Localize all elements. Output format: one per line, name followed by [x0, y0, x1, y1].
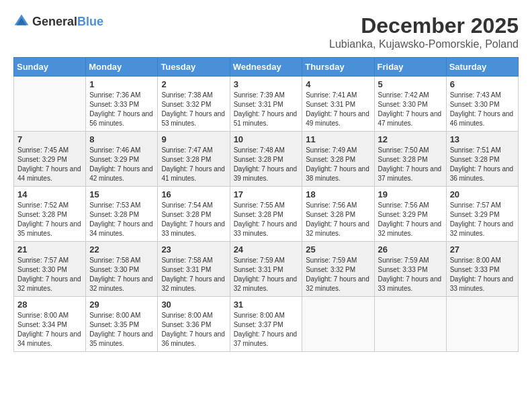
day-number: 13	[450, 134, 515, 144]
logo-icon	[13, 13, 30, 30]
day-number: 28	[17, 300, 82, 310]
day-info: Sunrise: 8:00 AMSunset: 3:35 PMDaylight:…	[89, 311, 154, 349]
day-number: 17	[234, 189, 299, 199]
table-row: 14Sunrise: 7:52 AMSunset: 3:28 PMDayligh…	[14, 187, 86, 242]
table-row: 30Sunrise: 8:00 AMSunset: 3:36 PMDayligh…	[158, 297, 230, 352]
table-row: 11Sunrise: 7:49 AMSunset: 3:28 PMDayligh…	[302, 132, 374, 187]
day-info: Sunrise: 8:00 AMSunset: 3:36 PMDaylight:…	[161, 311, 226, 349]
day-number: 12	[378, 134, 443, 144]
table-row: 31Sunrise: 8:00 AMSunset: 3:37 PMDayligh…	[230, 297, 302, 352]
day-info: Sunrise: 7:57 AMSunset: 3:30 PMDaylight:…	[17, 256, 82, 293]
table-row: 23Sunrise: 7:58 AMSunset: 3:31 PMDayligh…	[158, 242, 230, 297]
day-info: Sunrise: 7:53 AMSunset: 3:28 PMDaylight:…	[89, 201, 154, 238]
table-row: 16Sunrise: 7:54 AMSunset: 3:28 PMDayligh…	[158, 187, 230, 242]
day-number: 27	[450, 244, 515, 255]
calendar-week-row: 14Sunrise: 7:52 AMSunset: 3:28 PMDayligh…	[14, 187, 519, 242]
day-info: Sunrise: 8:00 AMSunset: 3:37 PMDaylight:…	[234, 311, 299, 349]
day-info: Sunrise: 7:47 AMSunset: 3:28 PMDaylight:…	[161, 146, 226, 183]
table-row: 13Sunrise: 7:51 AMSunset: 3:28 PMDayligh…	[446, 132, 518, 187]
calendar-week-row: 21Sunrise: 7:57 AMSunset: 3:30 PMDayligh…	[14, 242, 519, 297]
table-row: 6Sunrise: 7:43 AMSunset: 3:30 PMDaylight…	[446, 77, 518, 132]
day-number: 8	[89, 134, 154, 144]
day-number: 30	[161, 300, 226, 310]
header-friday: Friday	[374, 58, 446, 77]
table-row: 10Sunrise: 7:48 AMSunset: 3:28 PMDayligh…	[230, 132, 302, 187]
day-info: Sunrise: 7:48 AMSunset: 3:28 PMDaylight:…	[234, 146, 299, 183]
page-header: GeneralBlue December 2025 Lubianka, Kuja…	[13, 13, 519, 50]
table-row: 22Sunrise: 7:58 AMSunset: 3:30 PMDayligh…	[86, 242, 158, 297]
table-row: 18Sunrise: 7:56 AMSunset: 3:28 PMDayligh…	[302, 187, 374, 242]
day-info: Sunrise: 7:52 AMSunset: 3:28 PMDaylight:…	[17, 201, 82, 238]
header-wednesday: Wednesday	[230, 58, 302, 77]
day-number: 1	[89, 79, 154, 89]
day-info: Sunrise: 7:50 AMSunset: 3:28 PMDaylight:…	[378, 146, 443, 183]
day-info: Sunrise: 7:54 AMSunset: 3:28 PMDaylight:…	[161, 201, 226, 238]
table-row	[374, 297, 446, 352]
header-thursday: Thursday	[302, 58, 374, 77]
table-row: 27Sunrise: 8:00 AMSunset: 3:33 PMDayligh…	[446, 242, 518, 297]
table-row: 7Sunrise: 7:45 AMSunset: 3:29 PMDaylight…	[14, 132, 86, 187]
day-number: 31	[234, 300, 299, 310]
table-row: 2Sunrise: 7:38 AMSunset: 3:32 PMDaylight…	[158, 77, 230, 132]
day-info: Sunrise: 7:42 AMSunset: 3:30 PMDaylight:…	[378, 91, 443, 128]
logo-general: GeneralBlue	[32, 15, 103, 28]
day-number: 10	[234, 134, 299, 144]
day-info: Sunrise: 7:39 AMSunset: 3:31 PMDaylight:…	[234, 91, 299, 128]
day-info: Sunrise: 7:56 AMSunset: 3:28 PMDaylight:…	[306, 201, 370, 238]
month-title: December 2025	[329, 13, 519, 38]
day-info: Sunrise: 7:57 AMSunset: 3:29 PMDaylight:…	[450, 201, 515, 238]
day-info: Sunrise: 7:55 AMSunset: 3:28 PMDaylight:…	[234, 201, 299, 238]
table-row: 15Sunrise: 7:53 AMSunset: 3:28 PMDayligh…	[86, 187, 158, 242]
table-row: 9Sunrise: 7:47 AMSunset: 3:28 PMDaylight…	[158, 132, 230, 187]
day-number: 24	[234, 244, 299, 255]
day-info: Sunrise: 7:56 AMSunset: 3:29 PMDaylight:…	[378, 201, 443, 238]
day-number: 21	[17, 244, 82, 255]
day-info: Sunrise: 7:41 AMSunset: 3:31 PMDaylight:…	[306, 91, 370, 128]
table-row: 25Sunrise: 7:59 AMSunset: 3:32 PMDayligh…	[302, 242, 374, 297]
day-info: Sunrise: 7:36 AMSunset: 3:33 PMDaylight:…	[89, 91, 154, 128]
day-number: 18	[306, 189, 370, 199]
day-info: Sunrise: 7:45 AMSunset: 3:29 PMDaylight:…	[17, 146, 82, 183]
table-row: 5Sunrise: 7:42 AMSunset: 3:30 PMDaylight…	[374, 77, 446, 132]
day-info: Sunrise: 8:00 AMSunset: 3:33 PMDaylight:…	[450, 256, 515, 293]
table-row: 1Sunrise: 7:36 AMSunset: 3:33 PMDaylight…	[86, 77, 158, 132]
day-info: Sunrise: 7:59 AMSunset: 3:31 PMDaylight:…	[234, 256, 299, 293]
title-section: December 2025 Lubianka, Kujawsko-Pomorsk…	[329, 13, 519, 50]
table-row: 20Sunrise: 7:57 AMSunset: 3:29 PMDayligh…	[446, 187, 518, 242]
day-number: 15	[89, 189, 154, 199]
table-row: 21Sunrise: 7:57 AMSunset: 3:30 PMDayligh…	[14, 242, 86, 297]
table-row: 28Sunrise: 8:00 AMSunset: 3:34 PMDayligh…	[14, 297, 86, 352]
table-row	[446, 297, 518, 352]
day-number: 26	[378, 244, 443, 255]
day-number: 25	[306, 244, 370, 255]
location-title: Lubianka, Kujawsko-Pomorskie, Poland	[329, 38, 519, 50]
table-row: 3Sunrise: 7:39 AMSunset: 3:31 PMDaylight…	[230, 77, 302, 132]
day-info: Sunrise: 8:00 AMSunset: 3:34 PMDaylight:…	[17, 311, 82, 349]
day-number: 20	[450, 189, 515, 199]
table-row: 26Sunrise: 7:59 AMSunset: 3:33 PMDayligh…	[374, 242, 446, 297]
table-row: 12Sunrise: 7:50 AMSunset: 3:28 PMDayligh…	[374, 132, 446, 187]
day-info: Sunrise: 7:58 AMSunset: 3:31 PMDaylight:…	[161, 256, 226, 293]
table-row: 17Sunrise: 7:55 AMSunset: 3:28 PMDayligh…	[230, 187, 302, 242]
day-info: Sunrise: 7:58 AMSunset: 3:30 PMDaylight:…	[89, 256, 154, 293]
table-row: 29Sunrise: 8:00 AMSunset: 3:35 PMDayligh…	[86, 297, 158, 352]
day-info: Sunrise: 7:51 AMSunset: 3:28 PMDaylight:…	[450, 146, 515, 183]
day-number: 14	[17, 189, 82, 199]
calendar-week-row: 28Sunrise: 8:00 AMSunset: 3:34 PMDayligh…	[14, 297, 519, 352]
day-info: Sunrise: 7:46 AMSunset: 3:29 PMDaylight:…	[89, 146, 154, 183]
day-number: 2	[161, 79, 226, 89]
day-number: 16	[161, 189, 226, 199]
table-row: 8Sunrise: 7:46 AMSunset: 3:29 PMDaylight…	[86, 132, 158, 187]
logo: GeneralBlue	[13, 13, 103, 30]
day-info: Sunrise: 7:49 AMSunset: 3:28 PMDaylight:…	[306, 146, 370, 183]
calendar-table: Sunday Monday Tuesday Wednesday Thursday…	[13, 57, 519, 352]
table-row: 4Sunrise: 7:41 AMSunset: 3:31 PMDaylight…	[302, 77, 374, 132]
table-row: 19Sunrise: 7:56 AMSunset: 3:29 PMDayligh…	[374, 187, 446, 242]
day-number: 4	[306, 79, 370, 89]
day-number: 5	[378, 79, 443, 89]
day-number: 22	[89, 244, 154, 255]
day-number: 23	[161, 244, 226, 255]
calendar-week-row: 1Sunrise: 7:36 AMSunset: 3:33 PMDaylight…	[14, 77, 519, 132]
table-row	[302, 297, 374, 352]
calendar-week-row: 7Sunrise: 7:45 AMSunset: 3:29 PMDaylight…	[14, 132, 519, 187]
